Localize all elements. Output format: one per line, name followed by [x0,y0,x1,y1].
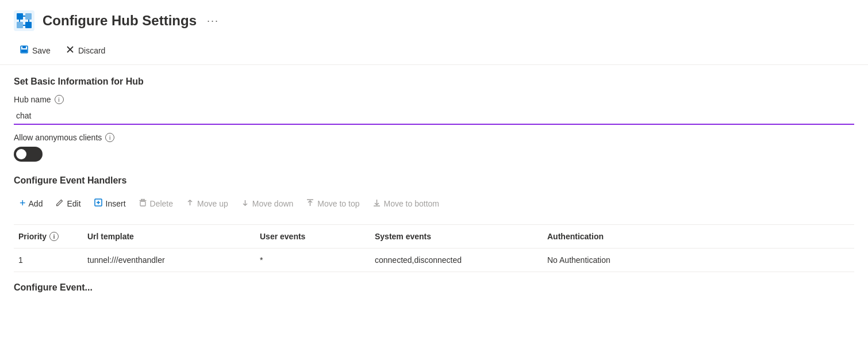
col-user-events: User events [255,230,370,243]
move-up-button[interactable]: Move up [180,195,234,212]
main-content: Set Basic Information for Hub Hub name i… [0,65,868,304]
svg-rect-10 [22,46,26,48]
basic-info-section: Set Basic Information for Hub Hub name i… [14,77,854,162]
row-url-template: tunnel:///eventhandler [83,252,255,268]
event-handlers-title: Configure Event Handlers [14,175,854,186]
configure-more-title: Configure Event... [14,282,854,293]
col-authentication: Authentication [543,230,692,243]
svg-rect-2 [25,13,32,20]
app-icon [14,10,34,31]
main-toolbar: Save Discard [0,37,868,65]
anonymous-clients-label: Allow anonymous clients i [14,133,854,142]
anonymous-toggle-container [14,147,854,162]
col-priority: Priority i [14,230,83,243]
insert-icon [94,198,103,209]
svg-rect-3 [17,22,23,28]
event-handlers-table: Priority i Url template User events Syst… [14,224,854,272]
move-to-bottom-button[interactable]: Move to bottom [367,195,445,212]
svg-rect-4 [25,22,32,28]
page-header: Configure Hub Settings ··· [0,0,868,37]
move-down-button[interactable]: Move down [235,195,299,212]
move-up-icon [186,198,194,209]
discard-icon [66,45,75,56]
hub-name-info-icon[interactable]: i [55,95,64,104]
move-to-bottom-icon [372,198,381,209]
svg-rect-17 [140,201,145,206]
col-url-template: Url template [83,230,255,243]
insert-button[interactable]: Insert [88,194,132,212]
hub-name-label: Hub name i [14,95,854,104]
move-to-top-button[interactable]: Move to top [300,195,365,212]
delete-button[interactable]: Delete [133,195,179,212]
anonymous-info-icon[interactable]: i [105,133,114,142]
row-system-events: connected,disconnected [370,252,543,268]
save-icon [20,45,29,56]
save-button[interactable]: Save [14,41,56,60]
add-icon: + [20,197,26,209]
event-handlers-section: Configure Event Handlers + Add Edit [14,175,854,272]
hub-name-input[interactable] [14,108,854,125]
discard-label: Discard [78,46,105,55]
save-label: Save [32,46,51,55]
anonymous-toggle[interactable] [14,147,43,162]
add-button[interactable]: + Add [14,194,48,213]
toggle-knob [16,149,26,159]
page-title: Configure Hub Settings [43,13,197,29]
svg-rect-11 [21,49,27,52]
row-priority: 1 [14,252,83,268]
table-header: Priority i Url template User events Syst… [14,225,854,249]
event-handler-toolbar: + Add Edit Ins [14,194,854,217]
row-authentication: No Authentication [543,252,692,268]
more-options-button[interactable]: ··· [207,15,219,27]
edit-icon [55,198,64,209]
discard-button[interactable]: Discard [60,41,111,60]
priority-info-icon[interactable]: i [49,232,59,241]
row-user-events: * [255,252,370,268]
svg-rect-1 [17,13,23,20]
table-row[interactable]: 1 tunnel:///eventhandler * connected,dis… [14,249,854,272]
edit-button[interactable]: Edit [49,195,86,212]
col-system-events: System events [370,230,543,243]
move-down-icon [241,198,249,209]
move-to-top-icon [306,198,314,209]
delete-icon [139,198,147,209]
basic-info-title: Set Basic Information for Hub [14,77,854,87]
